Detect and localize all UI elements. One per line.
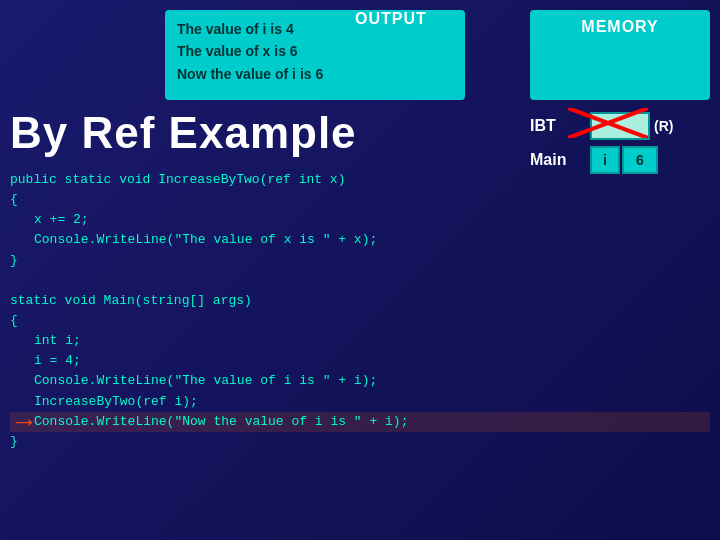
- code-line-3: x += 2;: [10, 210, 710, 230]
- output-label: OUTPUT: [355, 10, 427, 28]
- output-line-2: The value of x is 6: [177, 43, 298, 59]
- main-label: Main: [530, 151, 590, 169]
- code-line-1: public static void IncreaseByTwo(ref int…: [10, 170, 710, 190]
- memory-table: IBT (R) Main i 6: [530, 108, 710, 178]
- ibt-label: IBT: [530, 117, 590, 135]
- code-line-9: int i;: [10, 331, 710, 351]
- code-line-4: Console.WriteLine("The value of x is " +…: [10, 230, 710, 250]
- code-line-11: Console.WriteLine("The value of i is " +…: [10, 371, 710, 391]
- code-line-5: }: [10, 251, 710, 271]
- code-line-7: static void Main(string[] args): [10, 291, 710, 311]
- output-line-1: The value of i is 4: [177, 21, 294, 37]
- code-line-12: IncreaseByTwo(ref i);: [10, 392, 710, 412]
- memory-row-ibt: IBT (R): [530, 112, 710, 140]
- by-ref-heading: By Ref Example: [10, 108, 357, 158]
- code-line-14: }: [10, 432, 710, 452]
- code-area: public static void IncreaseByTwo(ref int…: [10, 170, 710, 530]
- memory-box: MEMORY: [530, 10, 710, 100]
- code-line-8: {: [10, 311, 710, 331]
- ibt-cell: [590, 112, 650, 140]
- code-line-10: i = 4;: [10, 351, 710, 371]
- memory-label: MEMORY: [542, 18, 698, 36]
- output-line-3: Now the value of i is 6: [177, 66, 323, 82]
- code-line-13: Console.WriteLine("Now the value of i is…: [10, 412, 710, 432]
- code-line-2: {: [10, 190, 710, 210]
- output-text: The value of i is 4 The value of x is 6 …: [177, 18, 453, 85]
- ibt-ref-label: (R): [654, 118, 673, 134]
- code-line-6: [10, 271, 710, 291]
